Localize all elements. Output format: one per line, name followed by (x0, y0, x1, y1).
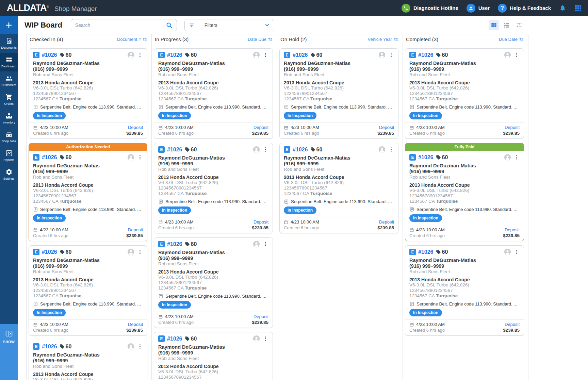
status-badge[interactable]: In Inspection (409, 214, 442, 222)
status-badge[interactable]: In Inspection (284, 206, 316, 214)
search-icon[interactable] (166, 22, 173, 29)
sidebar-item-orders[interactable]: Orders (0, 90, 18, 109)
assignee-avatar-icon[interactable] (127, 343, 134, 350)
status-badge[interactable]: In Inspection (33, 214, 66, 222)
wip-card[interactable]: E #1026 60 Raymond DeGuzman-Matias (916)… (29, 48, 147, 139)
column-sort-button[interactable]: Date Due (248, 37, 273, 42)
wip-card[interactable]: Authorization Needed E #1026 60 Raymond … (29, 143, 147, 241)
search-input[interactable] (75, 22, 166, 28)
app-launcher-icon[interactable] (574, 4, 582, 12)
deposit-link[interactable]: Deposit (503, 322, 520, 327)
deposit-link[interactable]: Deposit (252, 219, 268, 225)
card-menu-icon[interactable] (388, 52, 394, 58)
wip-card[interactable]: E #1026 60 Raymond DeGuzman-Matias (916)… (154, 237, 273, 328)
status-badge[interactable]: In Inspection (33, 309, 66, 316)
filter-icon-button[interactable] (185, 19, 199, 31)
deposit-link[interactable]: Deposit (377, 219, 394, 225)
sidebar-item-documents[interactable]: $ Documents (0, 34, 18, 53)
deposit-link[interactable]: Deposit (377, 125, 394, 130)
sidebar-item-customers[interactable]: Customers (0, 71, 18, 90)
grid-view-button[interactable] (489, 20, 499, 30)
document-number-link[interactable]: #1026 (418, 249, 434, 255)
assignee-avatar-icon[interactable] (378, 146, 386, 153)
document-number-link[interactable]: #1026 (42, 344, 57, 350)
sidebar-item-settings[interactable]: Settings (0, 165, 18, 184)
document-number-link[interactable]: #1026 (42, 52, 57, 58)
wip-card[interactable]: E #1026 60 Raymond DeGuzman-Matias (916)… (279, 48, 398, 139)
deposit-link[interactable]: Deposit (503, 227, 520, 232)
card-menu-icon[interactable] (137, 344, 143, 349)
wip-card[interactable]: E #1026 60 Raymond DeGuzman-Matias (916)… (154, 143, 273, 233)
notifications-bell-icon[interactable] (559, 4, 566, 12)
sidebar-item-dashboard[interactable]: Dashboard (0, 53, 18, 71)
deposit-link[interactable]: Deposit (126, 322, 143, 327)
assignee-avatar-icon[interactable] (127, 51, 134, 59)
assignee-avatar-icon[interactable] (253, 241, 260, 248)
diagnostic-hotline-button[interactable]: Diagnostic Hotline (402, 4, 458, 13)
list-view-button[interactable] (501, 20, 511, 30)
document-number-link[interactable]: #1026 (293, 147, 308, 153)
help-feedback-button[interactable]: ? Help & Feedback (498, 4, 551, 13)
wip-card[interactable]: E #1026 60 Raymond DeGuzman-Matias (916)… (279, 143, 398, 233)
deposit-link[interactable]: Deposit (252, 314, 268, 319)
filters-dropdown[interactable]: Filters (199, 19, 274, 31)
wip-card[interactable]: E #1026 60 Raymond DeGuzman-Matias (916)… (154, 332, 273, 380)
column-sort-button[interactable]: Document # (117, 37, 147, 42)
status-badge[interactable]: In Inspection (158, 206, 191, 214)
column-sort-button[interactable]: Due Date (499, 37, 524, 42)
status-badge[interactable]: In Inspection (158, 112, 191, 119)
sidebar-item-inventory[interactable]: Inventory (0, 109, 18, 128)
card-menu-icon[interactable] (137, 52, 143, 58)
card-menu-icon[interactable] (514, 249, 520, 255)
wip-card[interactable]: Fully Paid E #1026 60 Raymond DeGuzman-M… (405, 143, 524, 241)
assignee-avatar-icon[interactable] (127, 154, 134, 161)
sidebar-item-shop-jobs[interactable]: Shop Jobs (0, 128, 18, 146)
card-menu-icon[interactable] (137, 249, 143, 255)
user-menu-button[interactable]: User (467, 4, 490, 13)
status-badge[interactable]: In Inspection (409, 112, 442, 119)
card-menu-icon[interactable] (263, 336, 268, 342)
status-badge[interactable]: In Inspection (158, 301, 191, 309)
deposit-link[interactable]: Deposit (126, 125, 143, 130)
show-panel-button[interactable]: SHOW (0, 324, 18, 380)
assignee-avatar-icon[interactable] (504, 248, 511, 255)
document-number-link[interactable]: #1026 (167, 336, 182, 342)
card-menu-icon[interactable] (137, 154, 143, 160)
card-menu-icon[interactable] (514, 154, 520, 160)
wip-card[interactable]: E #1026 60 Raymond DeGuzman-Matias (916)… (405, 48, 524, 139)
deposit-link[interactable]: Deposit (126, 227, 143, 232)
card-menu-icon[interactable] (263, 147, 268, 152)
assignee-avatar-icon[interactable] (504, 51, 511, 59)
status-badge[interactable]: In Inspection (284, 112, 316, 119)
document-number-link[interactable]: #1026 (42, 249, 57, 255)
wip-card[interactable]: E #1026 60 Raymond DeGuzman-Matias (916)… (29, 245, 147, 336)
view-settings-button[interactable] (514, 20, 524, 30)
status-badge[interactable]: In Inspection (33, 112, 66, 119)
assignee-avatar-icon[interactable] (127, 248, 134, 255)
card-menu-icon[interactable] (263, 52, 268, 58)
document-number-link[interactable]: #1026 (167, 147, 182, 153)
assignee-avatar-icon[interactable] (253, 335, 260, 342)
document-number-link[interactable]: #1026 (42, 154, 57, 161)
card-menu-icon[interactable] (388, 147, 394, 152)
document-number-link[interactable]: #1026 (167, 241, 182, 247)
assignee-avatar-icon[interactable] (378, 51, 386, 59)
column-sort-button[interactable]: Vehicle Year (368, 37, 398, 42)
assignee-avatar-icon[interactable] (253, 51, 260, 59)
wip-card[interactable]: E #1026 60 Raymond DeGuzman-Matias (916)… (405, 245, 524, 336)
card-menu-icon[interactable] (263, 241, 268, 247)
document-number-link[interactable]: #1026 (167, 52, 182, 58)
wip-card[interactable]: E #1026 60 Raymond DeGuzman-Matias (916)… (29, 340, 147, 380)
create-new-button[interactable] (0, 16, 18, 34)
document-number-link[interactable]: #1026 (293, 52, 308, 58)
status-badge[interactable]: In Inspection (409, 309, 442, 316)
assignee-avatar-icon[interactable] (253, 146, 260, 153)
card-menu-icon[interactable] (514, 52, 520, 58)
deposit-link[interactable]: Deposit (252, 125, 268, 130)
sidebar-item-reports[interactable]: Reports (0, 146, 18, 165)
document-number-link[interactable]: #1026 (418, 154, 434, 161)
wip-card[interactable]: E #1026 60 Raymond DeGuzman-Matias (916)… (154, 48, 273, 139)
assignee-avatar-icon[interactable] (504, 154, 511, 161)
document-number-link[interactable]: #1026 (418, 52, 434, 58)
deposit-link[interactable]: Deposit (503, 125, 520, 130)
